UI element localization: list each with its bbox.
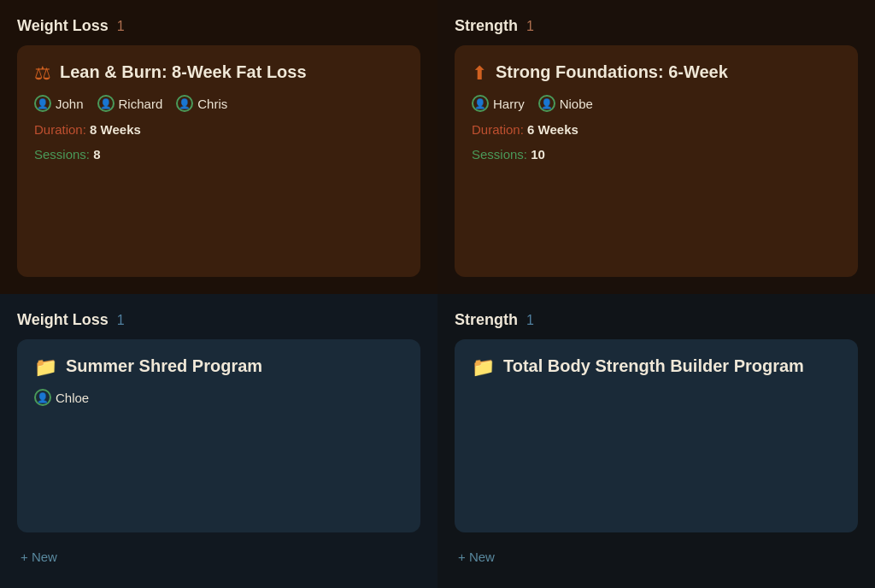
lean-burn-members: 👤 John 👤 Richard 👤 Chris: [34, 95, 403, 112]
weight-loss-title-bottom: Weight Loss: [17, 311, 109, 329]
duration-row: Duration: 8 Weeks: [34, 122, 403, 137]
strength-count-bottom: 1: [526, 313, 534, 328]
total-body-card[interactable]: 📁 Total Body Strength Builder Program: [455, 339, 858, 532]
summer-shred-title: Summer Shred Program: [66, 355, 262, 377]
duration-row-right: Duration: 6 Weeks: [472, 122, 841, 137]
sessions-label: Sessions:: [34, 147, 90, 162]
member-chris: 👤 Chris: [176, 95, 227, 112]
scale-icon: ⚖: [34, 62, 51, 85]
new-button-right[interactable]: + New: [455, 543, 858, 571]
duration-label: Duration:: [34, 122, 86, 137]
member-richard: 👤 Richard: [97, 95, 163, 112]
sessions-value-right: 10: [531, 147, 545, 162]
weight-loss-title: Weight Loss: [17, 17, 109, 35]
member-chloe: 👤 Chloe: [34, 389, 89, 406]
strong-foundations-card[interactable]: ⬆ Strong Foundations: 6-Week 👤 Harry 👤 N…: [455, 45, 858, 277]
summer-shred-title-row: 📁 Summer Shred Program: [34, 355, 403, 379]
harry-name: Harry: [493, 97, 525, 111]
john-name: John: [56, 97, 84, 111]
sessions-label-right: Sessions:: [472, 147, 527, 162]
chloe-name: Chloe: [56, 391, 89, 405]
duration-value: 8 Weeks: [90, 122, 141, 137]
folder-icon-right: 📁: [472, 356, 495, 379]
summer-shred-members: 👤 Chloe: [34, 389, 403, 406]
chris-name: Chris: [197, 97, 227, 111]
strong-foundations-members: 👤 Harry 👤 Niobe: [472, 95, 841, 112]
chloe-avatar: 👤: [34, 389, 51, 406]
total-body-title-row: 📁 Total Body Strength Builder Program: [472, 355, 841, 379]
top-left-quadrant: Weight Loss 1 ⚖ Lean & Burn: 8-Week Fat …: [0, 0, 438, 294]
strength-header-top: Strength 1: [455, 17, 858, 35]
summer-shred-card[interactable]: 📁 Summer Shred Program 👤 Chloe: [17, 339, 420, 532]
strong-foundations-title: Strong Foundations: 6-Week: [496, 61, 728, 83]
richard-avatar: 👤: [97, 95, 115, 112]
sessions-row-right: Sessions: 10: [472, 147, 841, 162]
harry-avatar: 👤: [472, 95, 489, 112]
lean-burn-title-row: ⚖ Lean & Burn: 8-Week Fat Loss: [34, 61, 403, 85]
total-body-title: Total Body Strength Builder Program: [503, 355, 804, 377]
member-john: 👤 John: [34, 95, 84, 112]
duration-value-right: 6 Weeks: [527, 122, 578, 137]
john-avatar: 👤: [34, 95, 51, 112]
chris-avatar: 👤: [176, 95, 193, 112]
weight-loss-header: Weight Loss 1: [17, 17, 420, 35]
member-harry: 👤 Harry: [472, 95, 525, 112]
strong-foundations-title-row: ⬆ Strong Foundations: 6-Week: [472, 61, 841, 85]
up-arrow-icon: ⬆: [472, 62, 487, 85]
strength-header-bottom: Strength 1: [455, 311, 858, 329]
weight-loss-header-bottom: Weight Loss 1: [17, 311, 420, 329]
top-right-quadrant: Strength 1 ⬆ Strong Foundations: 6-Week …: [438, 0, 875, 294]
new-button-left[interactable]: + New: [17, 543, 420, 571]
member-niobe: 👤 Niobe: [538, 95, 593, 112]
weight-loss-count-bottom: 1: [117, 313, 125, 328]
folder-icon-left: 📁: [34, 356, 57, 379]
strength-count-top: 1: [526, 19, 534, 34]
richard-name: Richard: [119, 97, 163, 111]
duration-label-right: Duration:: [472, 122, 524, 137]
sessions-value: 8: [93, 147, 100, 162]
niobe-avatar: 👤: [538, 95, 555, 112]
strength-title-bottom: Strength: [455, 311, 518, 329]
weight-loss-count: 1: [117, 19, 125, 34]
niobe-name: Niobe: [560, 97, 593, 111]
lean-burn-card[interactable]: ⚖ Lean & Burn: 8-Week Fat Loss 👤 John 👤 …: [17, 45, 420, 277]
bottom-right-quadrant: Strength 1 📁 Total Body Strength Builder…: [438, 294, 875, 588]
lean-burn-title: Lean & Burn: 8-Week Fat Loss: [60, 61, 307, 83]
sessions-row: Sessions: 8: [34, 147, 403, 162]
strength-title-top: Strength: [455, 17, 518, 35]
bottom-left-quadrant: Weight Loss 1 📁 Summer Shred Program 👤 C…: [0, 294, 438, 588]
